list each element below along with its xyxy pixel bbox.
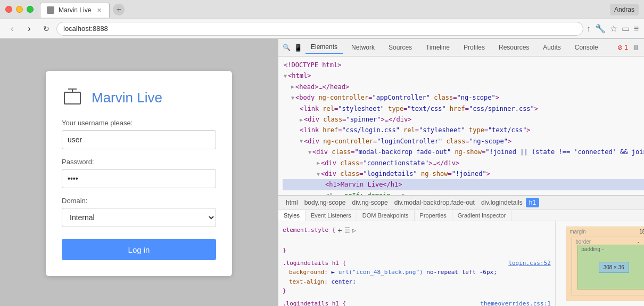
dom-line-head[interactable]: ▶ <head>…</head> bbox=[283, 82, 644, 92]
dom-line-connectionstate[interactable]: ▶ <div class="connectionstate">…</div> bbox=[283, 158, 644, 168]
breadcrumb-h1[interactable]: h1 bbox=[526, 198, 539, 207]
styles-tab-styles[interactable]: Styles bbox=[278, 210, 306, 221]
css-file-login[interactable]: login.css:52 bbox=[508, 259, 550, 268]
password-group: Password: bbox=[62, 158, 216, 188]
styles-tab-event-listeners[interactable]: Event Listeners bbox=[306, 210, 357, 221]
styles-tab-gradient[interactable]: Gradient Inspector bbox=[452, 210, 512, 221]
box-margin: margin 18 border - padding - 308 × 36 bbox=[566, 227, 644, 301]
tab-profiles[interactable]: Profiles bbox=[458, 42, 490, 53]
dom-line-logindetails[interactable]: ▼ <div class="logindetails" ng-show="!jo… bbox=[283, 168, 644, 179]
force-state-icon[interactable]: ▷ bbox=[352, 226, 356, 236]
star-icon[interactable]: ☆ bbox=[610, 23, 617, 34]
css-prop-background: background: ► url("icon_48_black.png") n… bbox=[283, 268, 551, 277]
breadcrumb-logindetails[interactable]: div.logindetails bbox=[478, 198, 526, 207]
login-box: Marvin Live Your username please: Passwo… bbox=[46, 71, 232, 276]
traffic-lights bbox=[5, 6, 34, 13]
css-file-themeoverrides[interactable]: themeoverrides.css:1 bbox=[480, 299, 550, 306]
devtools-search-icon[interactable]: 🔍 bbox=[283, 44, 291, 51]
dom-line-h1[interactable]: <h1>Marvin Live</h1> bbox=[283, 179, 644, 190]
tab-sources[interactable]: Sources bbox=[383, 42, 417, 53]
breadcrumb-body[interactable]: body.ng-scope bbox=[301, 198, 349, 207]
bottom-panel: html body.ng-scope div.ng-scope div.moda… bbox=[278, 195, 644, 306]
username-input[interactable] bbox=[62, 130, 216, 149]
dom-line-div-spinner[interactable]: ▶ <div class="spinner">…</div> bbox=[283, 114, 644, 125]
domain-select[interactable]: Internal External bbox=[62, 208, 216, 227]
address-text: localhost:8888 bbox=[63, 25, 108, 33]
margin-label: margin bbox=[569, 229, 586, 235]
devtools-content: <!DOCTYPE html> ▼ <html> ▶ <head>…</head… bbox=[278, 57, 644, 306]
devtools-panel: 🔍 📱 Elements Network Sources Timeline Pr… bbox=[278, 39, 644, 306]
dom-line-ngif-domain[interactable]: <!-- ngIf: domain --> bbox=[283, 190, 644, 195]
domain-group: Domain: Internal External bbox=[62, 197, 216, 227]
dom-line-doctype[interactable]: <!DOCTYPE html> bbox=[283, 60, 644, 70]
tab-resources[interactable]: Resources bbox=[493, 42, 534, 53]
styles-tab-dom-breakpoints[interactable]: DOM Breakpoints bbox=[357, 210, 415, 221]
box-content: 308 × 36 bbox=[599, 262, 629, 273]
padding-label: padding - bbox=[581, 246, 604, 252]
password-label: Password: bbox=[62, 158, 216, 166]
cast-icon[interactable]: ▭ bbox=[622, 23, 630, 34]
dom-line-modal-backdrop[interactable]: ▼ <div class="modal-backdrop fade-out" n… bbox=[283, 147, 644, 157]
close-traffic-light[interactable] bbox=[5, 6, 12, 13]
css-selector-logindetails-h1-theme: .logindetails h1 { bbox=[283, 299, 346, 306]
extensions-icon[interactable]: 🔧 bbox=[595, 23, 606, 34]
address-toolbar: ‹ › ↻ localhost:8888 ↑ 🔧 ☆ ▭ ≡ bbox=[0, 19, 644, 38]
login-area: Marvin Live Your username please: Passwo… bbox=[0, 39, 278, 306]
computed-icon[interactable]: ☰ bbox=[344, 226, 350, 236]
refresh-button[interactable]: ↻ bbox=[39, 22, 53, 36]
active-tab[interactable]: Marvin Live ✕ bbox=[40, 3, 110, 18]
menu-icon[interactable]: ≡ bbox=[634, 24, 639, 34]
box-padding: padding - 308 × 36 bbox=[577, 245, 644, 289]
border-value: - bbox=[638, 239, 639, 245]
login-button[interactable]: Log in bbox=[62, 239, 216, 260]
password-input[interactable] bbox=[62, 169, 216, 188]
devtools-toolbar: 🔍 📱 Elements Network Sources Timeline Pr… bbox=[278, 39, 644, 57]
dom-line-html[interactable]: ▼ <html> bbox=[283, 70, 644, 81]
dom-line-body[interactable]: ▼ <body ng-controller="appController" cl… bbox=[283, 92, 644, 103]
css-rule-element-style: element.style { + ☰ ▷ } bbox=[283, 224, 551, 255]
styles-tabs: Styles Event Listeners DOM Breakpoints P… bbox=[278, 210, 644, 221]
pause-icon[interactable]: ⏸ bbox=[632, 43, 640, 52]
css-selector-close-element: } bbox=[283, 246, 551, 255]
dom-line-div-login-ctrl[interactable]: ▼ <div ng-controller="loginController" c… bbox=[283, 136, 644, 147]
tab-favicon bbox=[47, 6, 54, 14]
border-label: border bbox=[575, 239, 591, 245]
css-rule-logindetails-h1-theme: .logindetails h1 { themeoverrides.css:1 … bbox=[283, 299, 551, 306]
breadcrumb-modal[interactable]: div.modal-backdrop.fade-out bbox=[391, 198, 478, 207]
tab-close-button[interactable]: ✕ bbox=[95, 6, 103, 14]
devtools-right-icons: ⊘ 1 ⏸ ⚙ ⤢ ✕ bbox=[617, 43, 644, 52]
error-badge: ⊘ 1 bbox=[617, 44, 628, 51]
app-title: Marvin Live bbox=[92, 90, 162, 106]
devtools-mobile-icon[interactable]: 📱 bbox=[294, 44, 302, 52]
box-border: border - padding - 308 × 36 bbox=[572, 237, 644, 295]
forward-button[interactable]: › bbox=[22, 22, 36, 36]
breadcrumb-html[interactable]: html bbox=[283, 198, 301, 207]
breadcrumb-bar: html body.ng-scope div.ng-scope div.moda… bbox=[278, 196, 644, 210]
new-tab-button[interactable]: + bbox=[113, 4, 125, 15]
tab-audits[interactable]: Audits bbox=[538, 42, 566, 53]
dom-line-link-login[interactable]: <link href="css/login.css" rel="styleshe… bbox=[283, 125, 644, 135]
margin-value: 18 bbox=[639, 229, 644, 235]
tab-console[interactable]: Console bbox=[569, 42, 604, 53]
app-icon bbox=[62, 87, 83, 108]
tab-network[interactable]: Network bbox=[346, 42, 380, 53]
box-model-diagram: margin 18 border - padding - 308 × 36 bbox=[566, 227, 644, 301]
tab-timeline[interactable]: Timeline bbox=[420, 42, 455, 53]
user-label: Andras bbox=[610, 4, 639, 15]
address-bar[interactable]: localhost:8888 bbox=[56, 22, 583, 36]
css-prop-text-align: text-align: center; bbox=[283, 277, 551, 287]
styles-tab-properties[interactable]: Properties bbox=[415, 210, 452, 221]
back-button[interactable]: ‹ bbox=[5, 22, 19, 36]
dom-line-link-spinner[interactable]: <link rel="stylesheet" type="text/css" h… bbox=[283, 103, 644, 114]
tab-elements[interactable]: Elements bbox=[306, 41, 343, 54]
svg-rect-0 bbox=[64, 92, 80, 104]
main-area: Marvin Live Your username please: Passwo… bbox=[0, 39, 644, 306]
breadcrumb-div-ng[interactable]: div.ng-scope bbox=[349, 198, 391, 207]
box-model-panel: margin 18 border - padding - 308 × 36 bbox=[555, 221, 644, 306]
css-selector-logindetails-h1: .logindetails h1 { bbox=[283, 259, 346, 268]
maximize-traffic-light[interactable] bbox=[27, 6, 34, 13]
tab-title: Marvin Live bbox=[59, 6, 91, 14]
bookmark-icon[interactable]: ↑ bbox=[587, 24, 591, 34]
minimize-traffic-light[interactable] bbox=[16, 6, 23, 13]
add-style-icon[interactable]: + bbox=[337, 224, 342, 236]
